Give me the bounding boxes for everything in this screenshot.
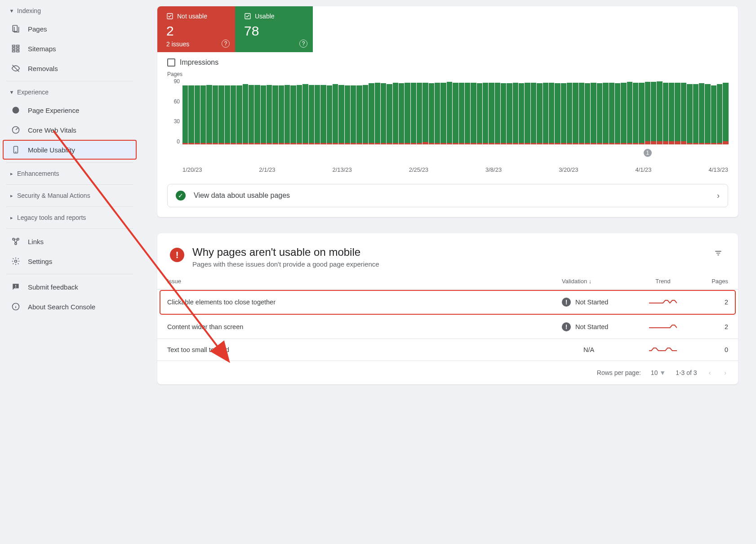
bar-column[interactable]	[345, 78, 350, 144]
sidebar-item-sitemaps[interactable]: Sitemaps	[0, 39, 139, 58]
sidebar-item-links[interactable]: Links	[0, 232, 139, 251]
bar-column[interactable]	[327, 78, 332, 144]
bar-column[interactable]	[471, 78, 476, 144]
bar-column[interactable]	[356, 78, 362, 144]
bar-column[interactable]	[459, 78, 464, 144]
sidebar-item-pages[interactable]: Pages	[0, 19, 139, 39]
bar-column[interactable]	[218, 78, 224, 144]
bar-column[interactable]	[338, 78, 344, 144]
bar-column[interactable]	[537, 78, 542, 144]
bar-column[interactable]	[627, 78, 632, 144]
bar-column[interactable]	[621, 78, 626, 144]
bar-column[interactable]	[483, 78, 488, 144]
section-legacy[interactable]: ▸ Legacy tools and reports	[0, 210, 139, 226]
issue-row[interactable]: Clickable elements too close together !N…	[160, 290, 735, 314]
section-enhancements[interactable]: ▸ Enhancements	[0, 165, 139, 182]
bar-column[interactable]	[200, 78, 206, 144]
bar-column[interactable]	[188, 78, 194, 144]
bar-column[interactable]	[531, 78, 536, 144]
bar-column[interactable]	[249, 78, 254, 144]
bar-column[interactable]	[615, 78, 620, 144]
bar-column[interactable]	[213, 78, 218, 144]
bar-column[interactable]	[663, 78, 668, 144]
bar-column[interactable]	[465, 78, 470, 144]
col-validation[interactable]: Validation ↓	[562, 278, 634, 285]
bar-column[interactable]	[717, 78, 722, 144]
bar-column[interactable]	[675, 78, 680, 144]
bar-column[interactable]	[549, 78, 554, 144]
bar-column[interactable]	[693, 78, 698, 144]
bar-column[interactable]	[206, 78, 212, 144]
col-pages[interactable]: Pages	[692, 278, 728, 285]
impressions-toggle[interactable]: Impressions	[167, 58, 728, 67]
bar-column[interactable]	[387, 78, 392, 144]
bar-column[interactable]	[711, 78, 716, 144]
bar-column[interactable]	[591, 78, 596, 144]
section-experience[interactable]: ▼ Experience	[0, 84, 139, 100]
chart-annotation-badge[interactable]: 1	[644, 149, 652, 157]
bar-column[interactable]	[195, 78, 200, 144]
bar-column[interactable]	[231, 78, 236, 144]
bar-column[interactable]	[435, 78, 440, 144]
bar-column[interactable]	[513, 78, 518, 144]
help-icon[interactable]: ?	[299, 40, 307, 48]
bar-column[interactable]	[261, 78, 266, 144]
bar-column[interactable]	[315, 78, 320, 144]
bar-column[interactable]	[723, 78, 728, 144]
bar-column[interactable]	[555, 78, 560, 144]
bar-column[interactable]	[681, 78, 686, 144]
bar-column[interactable]	[687, 78, 692, 144]
prev-page-button[interactable]: ‹	[707, 367, 713, 378]
bar-column[interactable]	[375, 78, 380, 144]
bar-column[interactable]	[585, 78, 590, 144]
bar-column[interactable]	[411, 78, 416, 144]
bar-column[interactable]	[182, 78, 188, 144]
bar-column[interactable]	[561, 78, 566, 144]
bar-column[interactable]	[519, 78, 524, 144]
bar-column[interactable]	[579, 78, 584, 144]
bar-column[interactable]	[399, 78, 404, 144]
bar-column[interactable]	[422, 78, 428, 144]
issue-row[interactable]: Text too small to read N/A 0	[157, 339, 738, 361]
bar-column[interactable]	[543, 78, 548, 144]
sidebar-item-core-web-vitals[interactable]: Core Web Vitals	[0, 120, 139, 140]
bar-column[interactable]	[254, 78, 260, 144]
section-indexing[interactable]: ▼ Indexing	[0, 3, 139, 19]
bar-column[interactable]	[369, 78, 374, 144]
col-issue[interactable]: Issue	[167, 278, 562, 285]
bar-column[interactable]	[393, 78, 398, 144]
bar-column[interactable]	[351, 78, 356, 144]
sidebar-item-settings[interactable]: Settings	[0, 251, 139, 271]
bar-column[interactable]	[279, 78, 284, 144]
bar-column[interactable]: 1	[645, 78, 650, 144]
issue-row[interactable]: Content wider than screen !Not Started 2	[157, 315, 738, 339]
next-page-button[interactable]: ›	[722, 367, 728, 378]
view-usable-pages-button[interactable]: ✓ View data about usable pages ›	[167, 184, 728, 207]
bar-column[interactable]	[453, 78, 458, 144]
section-security[interactable]: ▸ Security & Manual Actions	[0, 187, 139, 204]
bar-column[interactable]	[236, 78, 242, 144]
bar-column[interactable]	[267, 78, 272, 144]
bar-column[interactable]	[573, 78, 578, 144]
bar-column[interactable]	[525, 78, 530, 144]
bar-column[interactable]	[429, 78, 434, 144]
bar-column[interactable]	[609, 78, 614, 144]
bar-column[interactable]	[501, 78, 506, 144]
bar-column[interactable]	[669, 78, 674, 144]
sidebar-item-mobile-usability[interactable]: Mobile Usability	[3, 140, 137, 160]
bar-column[interactable]	[225, 78, 230, 144]
bar-column[interactable]	[285, 78, 290, 144]
bar-column[interactable]	[567, 78, 572, 144]
bar-column[interactable]	[440, 78, 446, 144]
rows-per-page-select[interactable]: 10 ▼	[651, 369, 666, 376]
sidebar-item-feedback[interactable]: Submit feedback	[0, 277, 139, 297]
bar-column[interactable]	[302, 78, 308, 144]
bar-column[interactable]	[633, 78, 638, 144]
bar-column[interactable]	[489, 78, 494, 144]
help-icon[interactable]: ?	[222, 40, 230, 48]
bar-column[interactable]	[639, 78, 644, 144]
bar-column[interactable]	[657, 78, 662, 144]
bar-column[interactable]	[477, 78, 482, 144]
bar-column[interactable]	[597, 78, 602, 144]
bar-column[interactable]	[290, 78, 296, 144]
